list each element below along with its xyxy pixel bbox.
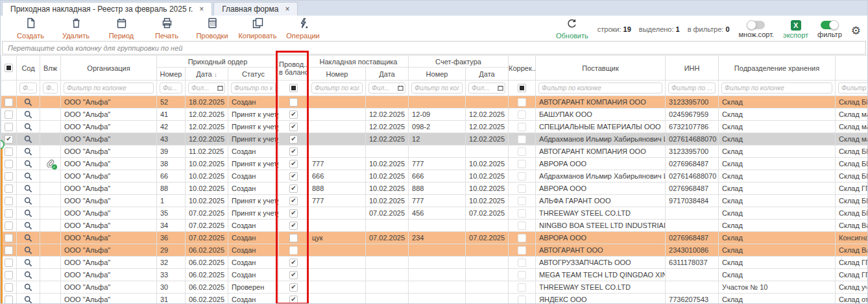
checkbox-unchecked[interactable] [5,147,13,156]
checkbox-checked[interactable]: ✔ [5,135,13,144]
period-button[interactable]: Период [101,18,142,40]
checkbox-unchecked[interactable] [518,222,526,230]
checkbox-unchecked[interactable] [518,283,526,292]
cell-posted-checkbox[interactable]: ✔ [279,183,309,195]
copy-button[interactable]: Копировать [237,18,278,40]
table-row[interactable]: ООО "Альфа"4112.02.2025Принят к учету✔12… [1,108,868,121]
filter-toggle[interactable]: фильтр [817,21,842,38]
checkbox-checked[interactable]: ✔ [289,283,298,292]
column-header-facture-number[interactable]: Номер [409,68,466,81]
row-open-cell[interactable] [17,121,40,133]
filter-supplier[interactable] [536,81,666,96]
row-select-cell[interactable] [1,158,17,170]
cell-correction-checkbox[interactable] [509,96,536,108]
checkbox-unchecked[interactable] [518,259,526,267]
checkbox-unchecked[interactable] [5,172,13,181]
checkbox-unchecked[interactable] [5,160,13,168]
cell-correction-checkbox[interactable] [509,170,536,183]
row-open-cell[interactable] [17,146,40,158]
column-header-provod[interactable]: Провод...в балансе [279,56,309,81]
checkbox-checked[interactable]: ✔ [289,147,298,156]
filter-facture-number[interactable] [409,81,466,96]
filter-number[interactable] [157,81,186,96]
cell-posted-checkbox[interactable] [279,232,309,244]
table-row[interactable]: ООО "Альфа"3006.02.2025Проверен✔THREEWAY… [1,281,868,294]
filter-vlz[interactable] [40,81,61,96]
refresh-button[interactable]: Обновить [556,19,588,40]
column-header-storage[interactable]: Подразделение хранения [719,56,836,81]
magnifier-icon[interactable] [24,159,32,167]
checkbox-unchecked[interactable] [5,271,13,279]
magnifier-icon[interactable] [24,171,32,179]
checkbox-unchecked[interactable] [518,172,526,181]
checkbox-checked[interactable]: ✔ [289,172,298,181]
table-row[interactable]: ООО "Альфа"2906.02.2025СозданАВТОГАРАНТ … [1,244,868,257]
checkbox-unchecked[interactable] [5,123,13,131]
column-header-invoice-date[interactable]: Дата [366,68,409,81]
checkbox-checked[interactable]: ✔ [289,135,298,144]
checkbox-unchecked[interactable] [518,135,526,144]
filter-extra[interactable] [836,81,868,96]
cell-correction-checkbox[interactable] [509,207,536,220]
column-header-sod[interactable]: Сод [17,56,40,81]
checkbox-unchecked[interactable] [5,234,13,242]
filter-invoice-number[interactable] [309,81,366,96]
cell-posted-checkbox[interactable]: ✔ [279,146,309,158]
column-header-inn[interactable]: ИНН [666,56,719,81]
row-select-cell[interactable] [1,294,17,304]
magnifier-icon[interactable] [24,283,32,290]
magnifier-icon[interactable] [24,110,32,118]
cell-posted-checkbox[interactable] [279,244,309,257]
checkbox-checked[interactable]: ✔ [289,123,298,131]
table-row[interactable]: ООО "Альфа"3206.02.2025Создан✔АВТОГРУЗЗА… [1,257,868,269]
checkbox-checked[interactable]: ✔ [289,110,298,119]
checkbox-unchecked[interactable] [518,98,526,107]
magnifier-icon[interactable] [24,122,32,130]
cell-correction-checkbox[interactable] [509,232,536,244]
row-select-cell[interactable] [1,207,17,220]
table-row[interactable]: ООО "Альфа"5218.02.2025СозданАВТОГАРАНТ … [1,96,868,108]
cell-correction-checkbox[interactable] [509,133,536,146]
row-select-cell[interactable] [1,220,17,232]
magnifier-icon[interactable] [24,209,32,216]
checkbox-checked[interactable]: ✔ [289,271,298,279]
magnifier-icon[interactable] [24,270,32,278]
filter-inn[interactable] [666,81,719,96]
table-row[interactable]: ООО "Альфа"6610.02.2025Создан✔66610.02.2… [1,170,868,183]
column-header-date[interactable]: Дата↓ [186,68,228,81]
row-select-cell[interactable] [1,281,17,294]
filter-correction-checkbox[interactable] [509,81,536,96]
row-open-cell[interactable] [17,294,40,304]
row-open-cell[interactable] [17,158,40,170]
row-select-cell[interactable] [1,183,17,195]
filter-storage[interactable] [719,81,836,96]
row-select-cell[interactable] [1,108,17,121]
checkbox-unchecked[interactable] [5,259,13,267]
magnifier-icon[interactable] [24,221,32,229]
checkbox-unchecked[interactable] [518,184,526,193]
group-by-bar[interactable]: Перетащите сюда колонку для группировки … [2,41,866,55]
checkbox-unchecked[interactable] [518,271,526,279]
table-row[interactable]: ООО "Альфа"3507.02.2025Принят к учету✔07… [1,207,868,220]
checkbox-unchecked[interactable] [518,197,526,205]
row-open-cell[interactable] [17,195,40,207]
cell-correction-checkbox[interactable] [509,108,536,121]
checkbox-unchecked[interactable] [518,123,526,131]
checkbox-unchecked[interactable] [5,197,13,205]
cell-correction-checkbox[interactable] [509,220,536,232]
cell-posted-checkbox[interactable]: ✔ [279,108,309,121]
checkbox-checked[interactable]: ✔ [289,296,298,304]
column-header-facture-date[interactable]: Дата [466,68,509,81]
row-select-cell[interactable] [1,170,17,183]
column-header-org[interactable]: Организация [61,56,157,81]
row-open-cell[interactable] [17,108,40,121]
row-select-cell[interactable] [1,257,17,269]
column-header-supplier[interactable]: Поставщик [536,56,666,81]
close-icon[interactable]: × [199,5,204,13]
magnifier-icon[interactable] [24,233,32,241]
table-row[interactable]: ООО "Альфа"110.02.2025Принят к учету✔777… [1,195,868,207]
column-header-number[interactable]: Номер [157,68,186,81]
cell-correction-checkbox[interactable] [509,269,536,281]
checkbox-unchecked[interactable] [5,246,13,255]
cell-posted-checkbox[interactable] [279,96,309,108]
